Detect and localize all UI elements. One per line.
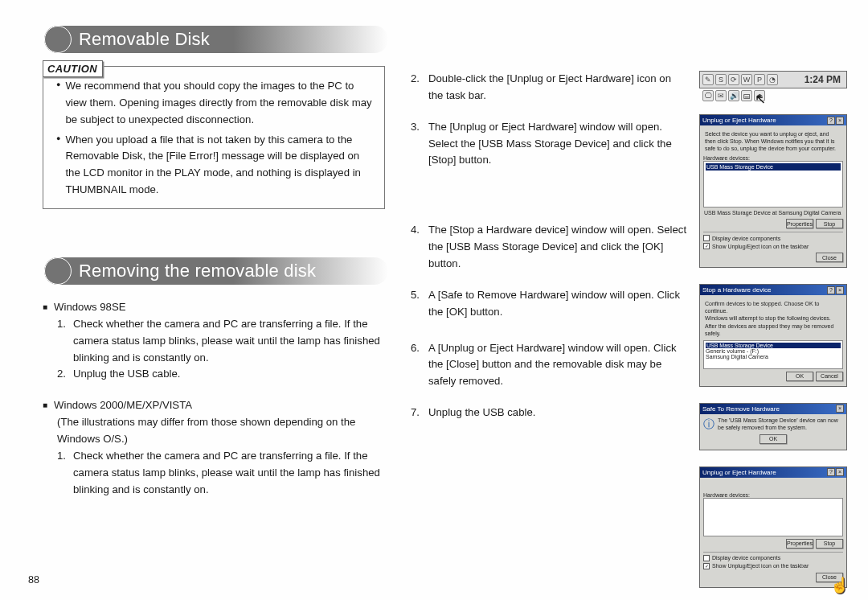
step-text: The [Unplug or Eject Hardware] window wi…: [428, 119, 688, 170]
step-text: Check whether the camera and PC are tran…: [73, 316, 388, 367]
step-item: 6.A [Unplug or Eject Hardware] window wi…: [411, 340, 688, 391]
heading-text: Removing the removable disk: [79, 257, 316, 285]
close-icon[interactable]: ×: [836, 405, 844, 413]
close-icon[interactable]: ×: [836, 117, 844, 125]
fig-unplug-final-window: Unplug or Eject Hardware ?× Hardware dev…: [699, 466, 847, 588]
tray-icon: P: [754, 74, 765, 85]
cancel-button[interactable]: Cancel: [816, 372, 843, 381]
os-title: Windows 98SE: [54, 299, 125, 316]
tray-icon: ✉: [715, 90, 727, 101]
hardware-label: Hardware devices:: [703, 492, 843, 498]
fig-taskbar: ✎ S ⟳ W P ◔ 1:24 PM 🖵 ✉ 🔊 🖴 ⏏ ↖: [699, 71, 847, 88]
stop-button[interactable]: Stop: [816, 539, 843, 549]
device-status: USB Mass Storage Device at Samsung Digit…: [703, 208, 843, 216]
cursor-icon: ↖: [755, 91, 766, 108]
window-title: Unplug or Eject Hardware: [702, 469, 776, 476]
close-icon[interactable]: ×: [836, 468, 844, 476]
tray-icon: ✎: [702, 74, 714, 85]
step-item: 2.Double-click the [Unplug or Eject Hard…: [411, 71, 688, 105]
checkbox-display-components[interactable]: Display device components: [703, 234, 843, 242]
help-icon[interactable]: ?: [827, 286, 835, 294]
heading-removing-disk: Removing the removable disk: [28, 257, 388, 285]
step-item: 4.The [Stop a Hardware device] window wi…: [411, 222, 688, 273]
fig-stop-window: Stop a Hardware device ?× Confirm device…: [699, 284, 847, 386]
device-listbox[interactable]: USB Mass Storage Device: [703, 161, 843, 208]
tray-icon: 🖴: [741, 90, 752, 101]
close-icon[interactable]: ×: [836, 286, 844, 294]
device-listbox[interactable]: [703, 498, 843, 536]
os-group-win98: ■ Windows 98SE 1.Check whether the camer…: [43, 299, 388, 383]
tray-icon: S: [715, 74, 727, 85]
checkbox-show-icon[interactable]: ✓Show Unplug/Eject icon on the taskbar: [703, 242, 843, 250]
figures-column: ✎ S ⟳ W P ◔ 1:24 PM 🖵 ✉ 🔊 🖴 ⏏ ↖: [699, 26, 855, 584]
step-text: Check whether the camera and PC are tran…: [73, 448, 388, 499]
caution-box: CAUTION ● We recommend that you should c…: [43, 66, 385, 209]
window-title: Unplug or Eject Hardware: [702, 117, 776, 124]
step-text: Unplug the USB cable.: [428, 405, 535, 421]
caution-item: ● When you upload a file that is not tak…: [56, 132, 375, 199]
window-titlebar: Unplug or Eject Hardware ?×: [700, 115, 846, 125]
os-note: (The illustrations may differ from those…: [43, 414, 388, 448]
window-title: Safe To Remove Hardware: [702, 405, 780, 413]
caution-text: We recommend that you should copy the im…: [65, 78, 375, 129]
os-group-win2000: ■ Windows 2000/ME/XP/VISTA (The illustra…: [43, 397, 388, 498]
tray-icon: ◔: [767, 74, 778, 85]
checkbox-display-components[interactable]: Display device components: [703, 554, 843, 562]
help-icon[interactable]: ?: [827, 117, 835, 125]
properties-button[interactable]: Properties: [786, 539, 813, 549]
ok-button[interactable]: OK: [760, 434, 787, 444]
page-number: 88: [28, 574, 39, 586]
ok-button[interactable]: OK: [786, 372, 813, 381]
square-bullet-icon: ■: [43, 299, 47, 316]
caution-text: When you upload a file that is not taken…: [65, 132, 375, 199]
step-item: 3.The [Unplug or Eject Hardware] window …: [411, 119, 688, 170]
window-titlebar: Stop a Hardware device ?×: [700, 285, 846, 295]
close-button[interactable]: Close: [816, 253, 843, 262]
window-title: Stop a Hardware device: [702, 286, 771, 294]
window-titlebar: Unplug or Eject Hardware ?×: [700, 467, 846, 478]
step-item: 2.Unplug the USB cable.: [43, 366, 388, 383]
device-item[interactable]: Generic volume - (F:): [706, 348, 841, 354]
bullet-icon: ●: [56, 132, 60, 199]
bullet-icon: ●: [56, 78, 60, 129]
instruction-text: [703, 481, 843, 492]
device-item[interactable]: USB Mass Storage Device: [706, 163, 841, 171]
page: Removable Disk CAUTION ● We recommend th…: [28, 26, 840, 584]
step-text: The [Stop a Hardware device] window will…: [428, 222, 688, 273]
tray-icon: ⟳: [728, 74, 739, 85]
instruction-text: The 'USB Mass Storage Device' device can…: [718, 417, 843, 432]
step-item: 7.Unplug the USB cable.: [411, 405, 688, 421]
step-text: Double-click the [Unplug or Eject Hardwa…: [428, 71, 688, 105]
properties-button[interactable]: Properties: [786, 219, 813, 228]
tray-icon: W: [741, 74, 752, 85]
device-listbox[interactable]: USB Mass Storage Device Generic volume -…: [703, 340, 843, 369]
tray-icon: 🖵: [702, 90, 714, 101]
square-bullet-icon: ■: [43, 397, 47, 414]
stop-button[interactable]: Stop: [816, 219, 843, 228]
help-icon[interactable]: ?: [827, 468, 835, 476]
hardware-label: Hardware devices:: [703, 155, 843, 161]
instruction-text: Select the device you want to unplug or …: [703, 129, 843, 155]
step-item: 1.Check whether the camera and PC are tr…: [43, 316, 388, 367]
pointer-icon: ☝: [830, 576, 850, 594]
left-column: Removable Disk CAUTION ● We recommend th…: [28, 26, 388, 584]
step-item: 1.Check whether the camera and PC are tr…: [43, 448, 388, 499]
tray-icon: 🔊: [728, 90, 739, 101]
window-titlebar: Safe To Remove Hardware ×: [700, 404, 846, 414]
checkbox-show-icon[interactable]: ✓Show Unplug/Eject icon on the taskbar: [703, 562, 843, 570]
instruction-text: Confirm devices to be stopped. Choose OK…: [703, 298, 843, 339]
fig-safe-window: Safe To Remove Hardware × ⓘ The 'USB Mas…: [699, 403, 847, 450]
step-item: 5.A [Safe to Remove Hardware] window wil…: [411, 287, 688, 321]
fig-unplug-window: Unplug or Eject Hardware ?× Select the d…: [699, 114, 847, 268]
heading-removable-disk: Removable Disk: [28, 26, 388, 53]
step-text: A [Safe to Remove Hardware] window will …: [428, 287, 688, 321]
device-item[interactable]: Samsung Digital Camera: [706, 354, 841, 360]
right-column: 2.Double-click the [Unplug or Eject Hard…: [411, 26, 861, 584]
step-text: A [Unplug or Eject Hardware] window will…: [428, 340, 688, 391]
device-item[interactable]: USB Mass Storage Device: [706, 343, 841, 348]
taskbar-time: 1:24 PM: [805, 74, 844, 85]
heading-text: Removable Disk: [79, 26, 210, 53]
caution-item: ● We recommend that you should copy the …: [56, 78, 375, 129]
info-icon: ⓘ: [703, 417, 714, 432]
os-title: Windows 2000/ME/XP/VISTA: [54, 397, 192, 414]
